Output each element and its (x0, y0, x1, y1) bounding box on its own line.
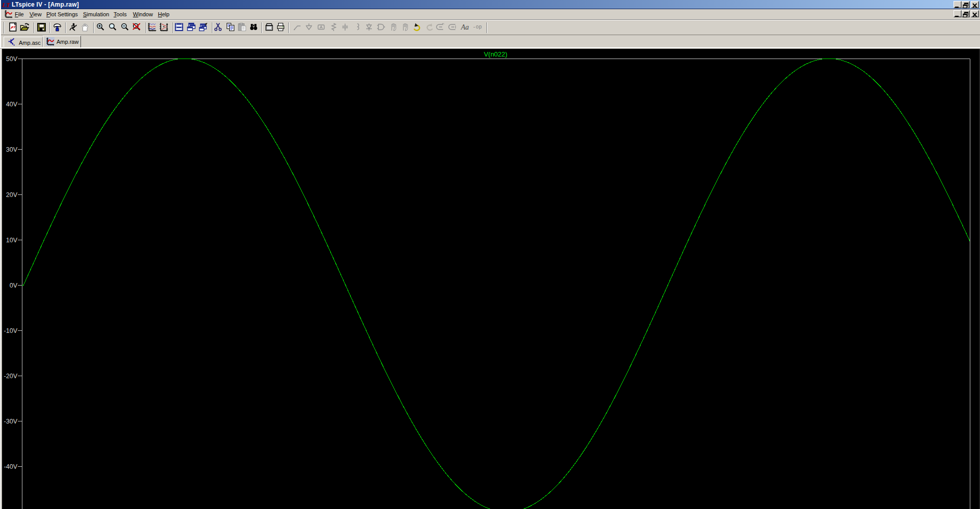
svg-text:-30V: -30V (4, 418, 18, 425)
svg-text:10V: 10V (6, 237, 18, 244)
svg-text:-40V: -40V (4, 463, 18, 470)
svg-text:V(n022): V(n022) (484, 50, 507, 58)
svg-text:40V: 40V (6, 101, 18, 108)
svg-text:-op: -op (473, 24, 482, 30)
svg-text:50V: 50V (6, 55, 18, 63)
svg-text:0V: 0V (10, 282, 18, 289)
svg-text:30V: 30V (6, 146, 18, 153)
svg-text:-20V: -20V (4, 373, 18, 380)
svg-text:-10V: -10V (4, 327, 18, 334)
svg-text:Aa: Aa (460, 23, 469, 31)
svg-text:20V: 20V (6, 191, 18, 199)
